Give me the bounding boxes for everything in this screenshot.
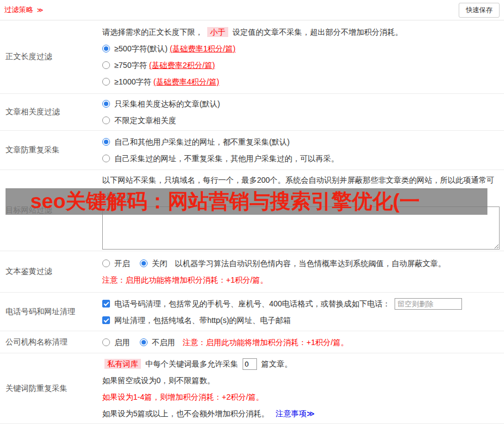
radio-option-750[interactable]: ≥750字符 (基础费率2积分/篇) <box>102 57 498 73</box>
ad-overlay-text: seo关键解码：网站营销与搜索引擎优化(一 <box>30 190 420 213</box>
option-text: 不限定文章相关度 <box>114 116 176 125</box>
option-text: 只采集相关度达标的文章(默认) <box>114 99 220 108</box>
section-relevance-filter: 文章相关度过滤 只采集相关度达标的文章(默认) 不限定文章相关度 <box>0 94 504 131</box>
radio-option-company-on[interactable]: 启用 <box>102 338 132 347</box>
section-label: 电话号码和网址清理 <box>0 293 97 331</box>
radio-option-dedup-self[interactable]: 自己采集过的网址，不重复采集，其他用户采集过的，可以再采。 <box>102 150 498 167</box>
page-title-text: 过滤策略 <box>4 6 33 14</box>
section-label: 关键词防重复采集 <box>0 353 97 423</box>
option-text: 开启 <box>114 259 130 268</box>
section-label: 公司机构名称清理 <box>0 331 97 353</box>
checkbox-option-url-clean[interactable]: 网址清理，包括纯域名、带http(s)的网址、电子邮箱 <box>102 312 498 328</box>
radio-option-500[interactable]: ≥500字符(默认) (基础费率1积分/篇) <box>102 40 498 57</box>
intro-post: 设定值的文章不采集，超出部分不增加积分消耗。 <box>233 28 403 36</box>
ad-overlay-banner[interactable]: seo关键解码：网站营销与搜索引擎优化(一 <box>6 188 487 215</box>
replacement-phone-input[interactable] <box>395 298 462 310</box>
keyword-lead-text: 中每个关键词最多允许采集 <box>145 359 238 368</box>
radio-button[interactable] <box>140 259 148 267</box>
radio-option-porn-off[interactable]: 关闭 <box>140 259 170 268</box>
section-phone-url-cleanup: 电话号码和网址清理 电话号码清理，包括常见的手机号、座机号、400电话格式，或替… <box>0 293 504 331</box>
fee-note: (基础费率4积分/篇) <box>154 77 219 86</box>
checkbox[interactable] <box>102 300 110 308</box>
option-text: 启用 <box>114 338 130 347</box>
radio-option-porn-on[interactable]: 开启 <box>102 259 132 268</box>
highlight-term: 小于 <box>207 27 228 37</box>
option-text: 电话号码清理，包括常见的手机号、座机号、400电话格式，或替换成如下电话： <box>114 299 390 308</box>
page-title[interactable]: 过滤策略 ≫ <box>4 5 43 15</box>
company-cleanup-warning: 注意：启用此功能将增加积分消耗：+1积分/篇。 <box>183 338 349 347</box>
option-text: ≥1000字符 <box>114 77 151 86</box>
option-text: 不启用 <box>152 338 175 347</box>
quick-save-button[interactable]: 快速保存 <box>459 3 500 18</box>
radio-button[interactable] <box>102 78 110 86</box>
header: 过滤策略 ≫ 快速保存 <box>0 0 504 20</box>
section-body-length-filter: 正文长度过滤 请选择需求的正文长度下限， 小于 设定值的文章不采集，超出部分不增… <box>0 20 504 94</box>
fee-note: (基础费率2积分/篇) <box>149 61 215 70</box>
radio-option-dedup-all[interactable]: 自己和其他用户采集过的网址，都不重复采集(默认) <box>102 134 498 150</box>
intro-pre: 请选择需求的正文长度下限， <box>102 28 203 36</box>
section-porn-filter: 文本鉴黄过滤 开启 关闭 以机器学习算法自动识别色情内容，当色情概率达到系统阈值… <box>0 251 504 293</box>
option-text: 网址清理，包括纯域名、带http(s)的网址、电子邮箱 <box>114 316 291 325</box>
section-label: 文章防重复采集 <box>0 131 97 169</box>
section-dedup-collection: 文章防重复采集 自己和其他用户采集过的网址，都不重复采集(默认) 自己采集过的网… <box>0 131 504 170</box>
radio-button[interactable] <box>102 138 110 146</box>
radio-button[interactable] <box>102 259 110 267</box>
radio-button[interactable] <box>140 338 148 346</box>
radio-button[interactable] <box>102 338 110 346</box>
keyword-note-five: 如果设为5篇或以上，也不会额外增加积分消耗。 <box>102 409 269 418</box>
option-text: ≥750字符 <box>114 61 147 70</box>
section-label: 文章相关度过滤 <box>0 94 97 130</box>
checkbox-option-phone-clean[interactable]: 电话号码清理，包括常见的手机号、座机号、400电话格式，或替换成如下电话： <box>102 295 498 312</box>
section-keyword-dedup: 关键词防重复采集 私有词库 中每个关键词最多允许采集 篇文章。 如果留空或设为0… <box>0 353 504 424</box>
keyword-note-zero: 如果留空或设为0，则不限篇数。 <box>102 372 498 389</box>
radio-option-1000[interactable]: ≥1000字符 (基础费率4积分/篇) <box>102 73 498 90</box>
notes-link[interactable]: 注意事项≫ <box>276 409 315 418</box>
radio-option-relevance-strict[interactable]: 只采集相关度达标的文章(默认) <box>102 96 498 112</box>
radio-option-company-off[interactable]: 不启用 <box>140 338 177 347</box>
radio-button[interactable] <box>102 116 110 124</box>
checkbox[interactable] <box>102 316 110 324</box>
option-text: 关闭 <box>152 259 167 268</box>
radio-button[interactable] <box>102 155 110 162</box>
porn-filter-description: 以机器学习算法自动识别色情内容，当色情概率达到系统阈值，自动屏蔽文章。 <box>175 259 446 268</box>
option-text: ≥500字符(默认) <box>114 44 167 53</box>
intro-text: 请选择需求的正文长度下限， 小于 设定值的文章不采集，超出部分不增加积分消耗。 <box>102 24 498 40</box>
option-text: 自己和其他用户采集过的网址，都不重复采集(默认) <box>114 137 290 146</box>
fee-note: (基础费率1积分/篇) <box>170 44 235 53</box>
option-text: 自己采集过的网址，不重复采集，其他用户采集过的，可以再采。 <box>114 154 339 163</box>
keyword-lead-post: 篇文章。 <box>261 359 292 368</box>
keyword-note-fee: 如果设为1-4篇，则增加积分消耗：+2积分/篇。 <box>102 389 498 405</box>
section-label: 正文长度过滤 <box>0 20 97 93</box>
private-lexicon-highlight: 私有词库 <box>104 359 141 369</box>
radio-option-relevance-any[interactable]: 不限定文章相关度 <box>102 112 498 129</box>
radio-button[interactable] <box>102 45 110 52</box>
radio-button[interactable] <box>102 100 110 108</box>
radio-button[interactable] <box>102 61 110 69</box>
chevron-double-icon: ≫ <box>37 7 44 13</box>
porn-filter-warning: 注意：启用此功能将增加积分消耗：+1积分/篇。 <box>102 272 498 288</box>
max-articles-input[interactable] <box>243 358 257 370</box>
section-label: 文本鉴黄过滤 <box>0 251 97 292</box>
section-company-name-cleanup: 公司机构名称清理 启用 不启用 注意：启用此功能将增加积分消耗：+1积分/篇。 <box>0 331 504 353</box>
